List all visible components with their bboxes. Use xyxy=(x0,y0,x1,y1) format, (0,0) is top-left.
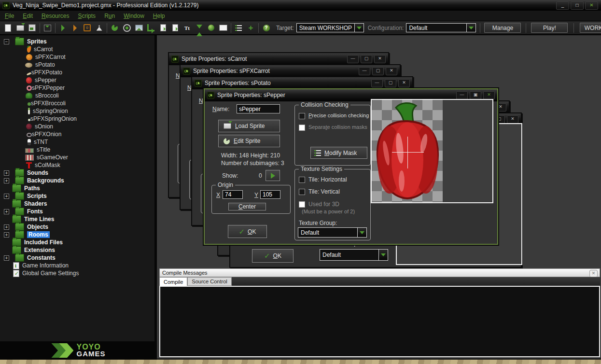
separate-masks-checkbox[interactable] xyxy=(299,125,305,131)
modify-mask-button[interactable]: Modify Mask xyxy=(310,147,367,159)
tree-item-sounds[interactable]: +Sounds xyxy=(0,169,154,177)
tree-item-spfxonion[interactable]: sPFXOnion xyxy=(0,130,154,138)
tree-item-spfxspringonion[interactable]: sPFXSpringOnion xyxy=(0,115,154,123)
tree-item-spfxcarrot[interactable]: sPFXCarrot xyxy=(0,53,154,61)
window-title-bar[interactable]: Sprite Properties: sCarrot — ▢ ✕ xyxy=(169,53,388,65)
maximize-icon[interactable]: ▢ xyxy=(372,67,384,75)
ok-button[interactable]: ✓ OK xyxy=(228,225,267,238)
dialog-sprite-properties-spepper[interactable]: Sprite Properties: sPepper — ▣ ✕ Name: s… xyxy=(204,88,498,245)
precise-collision-checkbox[interactable] xyxy=(299,113,305,119)
workshop-button[interactable]: WORKSHOP xyxy=(580,23,601,33)
clean-cache-icon[interactable] xyxy=(93,22,105,33)
open-project-icon[interactable] xyxy=(14,22,26,33)
tree-item-sonion[interactable]: sOnion xyxy=(0,123,154,130)
tree-item-spfxpotato[interactable]: sPFXPotato xyxy=(0,69,154,76)
configuration-select[interactable]: Default xyxy=(406,23,476,32)
expand-icon[interactable]: + xyxy=(4,178,9,183)
tree-item-shaders[interactable]: Shaders xyxy=(0,200,154,208)
minimize-icon[interactable]: — xyxy=(347,55,359,63)
run-debug-icon[interactable] xyxy=(69,22,81,33)
tree-item-spepper[interactable]: sPepper xyxy=(0,76,154,84)
menu-file[interactable]: File xyxy=(5,13,14,19)
create-sound-icon[interactable] xyxy=(121,22,133,33)
menu-scripts[interactable]: Scripts xyxy=(78,13,96,19)
manage-button[interactable]: Manage xyxy=(484,23,521,33)
tree-item-scolmask[interactable]: sColMask xyxy=(0,161,154,169)
tree-item-scripts[interactable]: +Scripts xyxy=(0,192,154,200)
create-group-icon[interactable] xyxy=(233,22,245,33)
tree-item-paths[interactable]: Paths xyxy=(0,184,154,192)
window-title-bar[interactable]: Sprite Properties: sPotato — ▢ ✕ xyxy=(192,77,412,89)
create-room-icon[interactable] xyxy=(217,22,229,33)
create-executable-icon[interactable] xyxy=(42,22,54,33)
create-sprite-icon[interactable] xyxy=(109,22,121,33)
expand-icon[interactable]: + xyxy=(4,224,9,230)
load-sprite-button[interactable]: Load Sprite xyxy=(218,120,280,132)
close-icon[interactable]: ✕ xyxy=(483,91,495,99)
create-object-icon[interactable] xyxy=(205,22,217,33)
maximize-icon[interactable]: ▢ xyxy=(385,79,396,87)
name-input[interactable]: sPepper xyxy=(237,104,280,113)
collapse-icon[interactable]: − xyxy=(4,39,9,44)
window-title-bar[interactable]: Sprite Properties: sPFXCarrot — ▢ ✕ xyxy=(181,65,400,77)
expand-icon[interactable]: + xyxy=(4,255,9,261)
create-timeline-icon[interactable] xyxy=(193,22,205,33)
tree-item-time-lines[interactable]: Time Lines xyxy=(0,215,154,223)
used-for-3d-checkbox[interactable] xyxy=(299,201,305,208)
tree-item-extensions[interactable]: Extensions xyxy=(0,246,154,254)
menu-window[interactable]: Window xyxy=(124,13,144,19)
create-background-icon[interactable] xyxy=(133,22,145,33)
new-project-icon[interactable] xyxy=(2,22,14,33)
expand-icon[interactable]: + xyxy=(4,170,9,176)
tree-item-backgrounds[interactable]: +Backgrounds xyxy=(0,177,154,184)
texture-group-select[interactable]: Default xyxy=(320,249,388,261)
close-icon[interactable]: ✕ xyxy=(507,115,518,124)
tree-item-global-game-settings[interactable]: Global Game Settings xyxy=(0,269,154,277)
chevron-down-icon[interactable] xyxy=(357,228,366,237)
center-button[interactable]: Center xyxy=(228,203,266,210)
menu-help[interactable]: Help xyxy=(153,13,165,19)
tab-source-control[interactable]: Source Control xyxy=(187,277,231,286)
edit-sprite-button[interactable]: Edit Sprite xyxy=(218,135,280,147)
minimize-icon[interactable]: _ xyxy=(556,1,569,10)
tree-item-scarrot[interactable]: sCarrot xyxy=(0,45,154,53)
tree-item-sspringonion[interactable]: sSpringOnion xyxy=(0,107,154,115)
compile-messages-header[interactable]: Compile Messages ✕ xyxy=(159,268,600,277)
tile-horizontal-checkbox[interactable] xyxy=(299,177,305,183)
chevron-down-icon[interactable] xyxy=(354,24,363,32)
maximize-icon[interactable]: ▢ xyxy=(361,55,372,63)
target-select[interactable]: Steam WORKSHOP xyxy=(296,23,364,32)
play-button[interactable]: Play! xyxy=(531,23,568,33)
ok-button[interactable]: ✓ OK xyxy=(252,249,294,263)
add-resource-icon[interactable]: + xyxy=(245,22,257,33)
compile-output-area[interactable] xyxy=(159,286,600,357)
texture-group-select[interactable]: Default xyxy=(298,227,367,238)
close-icon[interactable]: ✕ xyxy=(398,79,410,87)
tree-item-spotato[interactable]: sPotato xyxy=(0,61,154,69)
save-project-icon[interactable] xyxy=(26,22,38,33)
minimize-icon[interactable]: — xyxy=(371,79,383,87)
create-script-icon[interactable] xyxy=(157,22,169,33)
tree-item-objects[interactable]: +Objects xyxy=(0,223,154,231)
menu-resources[interactable]: Resources xyxy=(42,13,69,19)
help-icon[interactable]: ? xyxy=(260,22,272,33)
tree-item-included-files[interactable]: Included Files xyxy=(0,238,154,246)
run-icon[interactable] xyxy=(57,22,69,33)
tree-item-game-information[interactable]: Game Information xyxy=(0,262,154,269)
tile-vertical-checkbox[interactable] xyxy=(299,189,305,195)
minimize-icon[interactable]: — xyxy=(359,67,370,75)
create-shader-icon[interactable] xyxy=(169,22,181,33)
close-icon[interactable]: ✕ xyxy=(589,270,598,277)
tree-item-rooms[interactable]: +Rooms xyxy=(0,231,154,238)
tree-item-constants[interactable]: +Constants xyxy=(0,254,154,262)
close-icon[interactable]: ✕ xyxy=(386,67,397,75)
expand-icon[interactable]: + xyxy=(4,209,9,214)
maximize-icon[interactable]: □ xyxy=(571,1,584,10)
chevron-down-icon[interactable] xyxy=(466,24,475,32)
tree-item-stnt[interactable]: sTNT xyxy=(0,138,154,146)
minimize-icon[interactable]: — xyxy=(456,91,468,99)
show-next-button[interactable] xyxy=(266,170,280,181)
tab-compile[interactable]: Compile xyxy=(159,277,187,286)
origin-x-input[interactable]: 74 xyxy=(223,190,243,199)
menu-edit[interactable]: Edit xyxy=(23,13,33,19)
